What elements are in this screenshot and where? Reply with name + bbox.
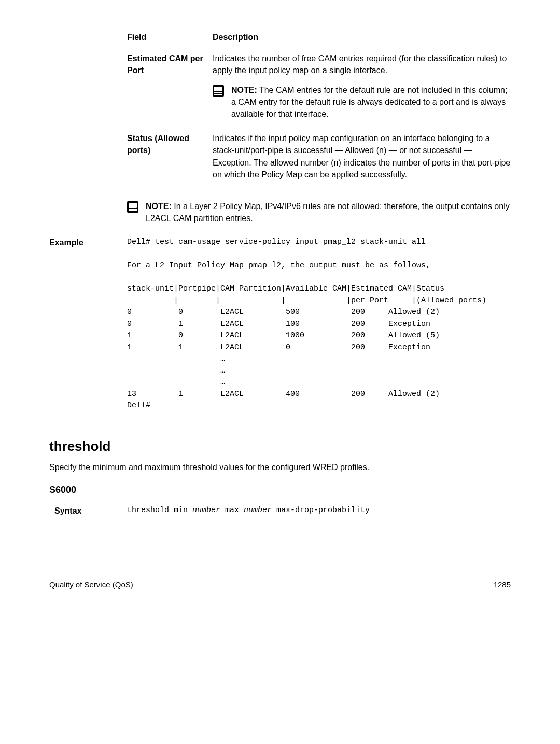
column-header-field: Field — [127, 31, 213, 52]
threshold-description: Specify the minimum and maximum threshol… — [49, 461, 511, 473]
column-header-description: Description — [213, 31, 511, 52]
example-label: Example — [49, 237, 127, 421]
syntax-param-number1: number — [192, 506, 220, 515]
note-block-cam: NOTE: The CAM entries for the default ru… — [213, 84, 511, 120]
note-icon — [213, 85, 224, 97]
example-section: Example Dell# test cam-usage service-pol… — [49, 237, 511, 421]
page-footer: Quality of Service (QoS) 1285 — [49, 579, 511, 590]
note-icon — [127, 201, 138, 213]
field-estimated-cam-label: Estimated CAM per Port — [127, 52, 213, 132]
field-estimated-cam-desc: Indicates the number of free CAM entries… — [213, 52, 511, 132]
syntax-label: Syntax — [49, 505, 127, 517]
example-code: Dell# test cam-usage service-policy inpu… — [127, 237, 511, 412]
field-status-allowed-desc: Indicates if the input policy map config… — [213, 132, 511, 190]
note-text-layer2: NOTE: In a Layer 2 Policy Map, IPv4/IPv6… — [146, 200, 511, 224]
subhead-s6000: S6000 — [49, 483, 511, 497]
footer-page-number: 1285 — [494, 579, 511, 590]
syntax-part-pre: threshold min — [127, 506, 192, 515]
footer-title: Quality of Service (QoS) — [49, 579, 133, 590]
syntax-part-post: max-drop-probability — [272, 506, 370, 515]
note-body: The CAM entries for the default rule are… — [231, 86, 507, 118]
note-body: In a Layer 2 Policy Map, IPv4/IPv6 rules… — [146, 202, 510, 223]
section-heading-threshold: threshold — [49, 437, 511, 457]
field-status-allowed-label: Status (Allowed ports) — [127, 132, 213, 190]
syntax-param-number2: number — [244, 506, 272, 515]
syntax-row: Syntax threshold min number max number m… — [49, 505, 511, 517]
estimated-cam-desc-text: Indicates the number of free CAM entries… — [213, 54, 507, 75]
note-block-layer2: NOTE: In a Layer 2 Policy Map, IPv4/IPv6… — [127, 200, 511, 224]
syntax-part-mid: max — [220, 506, 244, 515]
note-text-cam: NOTE: The CAM entries for the default ru… — [231, 84, 511, 120]
syntax-command: threshold min number max number max-drop… — [127, 505, 511, 517]
note-prefix: NOTE: — [231, 86, 257, 94]
note-prefix: NOTE: — [146, 202, 172, 211]
